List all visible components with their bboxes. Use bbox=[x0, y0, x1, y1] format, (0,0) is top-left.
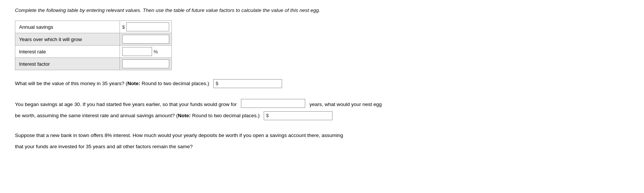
dollar-prefix: $ bbox=[122, 24, 125, 30]
row-label-interest-factor: Interest factor bbox=[15, 58, 120, 70]
question-1-block: What will be the value of this money in … bbox=[15, 79, 629, 88]
q2-text-line2-after: Round to two decimal places.) bbox=[191, 113, 260, 118]
question-3-block: Suppose that a new bank in town offers 8… bbox=[15, 131, 629, 152]
q2-text-line2-before: be worth, assuming the same interest rat… bbox=[15, 113, 178, 118]
row-input-cell-interest-factor bbox=[120, 58, 171, 70]
q1-note-label: Note: bbox=[127, 81, 140, 86]
savings-table: Annual savings $ Years over which it wil… bbox=[15, 21, 172, 70]
question-2-line2: be worth, assuming the same interest rat… bbox=[15, 111, 629, 121]
row-input-cell-interest-rate: % bbox=[120, 46, 171, 57]
interest-factor-input[interactable] bbox=[122, 59, 169, 68]
table-row: Interest factor bbox=[15, 57, 172, 70]
q3-line1: Suppose that a new bank in town offers 8… bbox=[15, 131, 629, 140]
row-input-cell-annual-savings: $ bbox=[120, 21, 171, 33]
q2-answer-input-wrapper: $ bbox=[264, 111, 332, 120]
q2-text-middle: years, what would your nest egg bbox=[309, 102, 382, 107]
q2-note-label: Note: bbox=[178, 113, 191, 118]
intro-text: Complete the following table by entering… bbox=[15, 7, 629, 13]
q1-dollar-prefix: $ bbox=[216, 79, 218, 88]
years-grow-input[interactable] bbox=[122, 35, 169, 44]
q1-answer-input-wrapper: $ bbox=[213, 79, 282, 88]
question-1-text: What will be the value of this money in … bbox=[15, 79, 629, 88]
interest-rate-input[interactable] bbox=[122, 47, 152, 56]
q1-text-after: Round to two decimal places.) bbox=[140, 81, 209, 86]
question-2-block: You began savings at age 30. If you had … bbox=[15, 99, 629, 121]
annual-savings-input[interactable] bbox=[126, 22, 169, 31]
row-label-years-grow: Years over which it will grow bbox=[15, 33, 120, 45]
q1-answer-input[interactable] bbox=[220, 80, 280, 87]
row-input-cell-years-grow bbox=[120, 33, 171, 45]
percent-suffix: % bbox=[154, 49, 158, 55]
table-row: Years over which it will grow bbox=[15, 33, 172, 45]
q2-text-before: You began savings at age 30. If you had … bbox=[15, 102, 237, 107]
q3-line2: that your funds are invested for 35 year… bbox=[15, 142, 629, 151]
q2-dollar-prefix: $ bbox=[266, 111, 269, 120]
row-label-interest-rate: Interest rate bbox=[15, 46, 120, 57]
q1-text-before: What will be the value of this money in … bbox=[15, 81, 127, 86]
table-row: Interest rate % bbox=[15, 45, 172, 57]
q2-years-input-wrapper bbox=[241, 99, 305, 108]
q2-years-input[interactable] bbox=[243, 101, 303, 108]
q2-answer-input[interactable] bbox=[270, 112, 330, 119]
table-row: Annual savings $ bbox=[15, 21, 172, 33]
question-2-line1: You began savings at age 30. If you had … bbox=[15, 99, 629, 109]
row-label-annual-savings: Annual savings bbox=[15, 21, 120, 33]
